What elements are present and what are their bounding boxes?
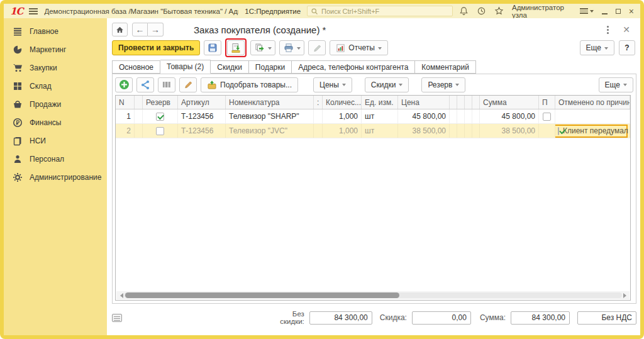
no-discount-field[interactable]: 84 300,00: [309, 311, 372, 325]
sidebar-item-warehouse[interactable]: Склад: [4, 77, 107, 95]
pick-products-button[interactable]: Подобрать товары...: [201, 77, 298, 92]
table-row[interactable]: 2 Т-123456 Телевизор "JVC" 1,000 шт 38 5…: [116, 124, 630, 138]
service-menu-icon[interactable]: [580, 7, 594, 15]
window-close-button[interactable]: ×: [629, 7, 634, 16]
cell-nomenclature[interactable]: Телевизор "JVC": [226, 124, 314, 138]
barcode-scanner-button[interactable]: [158, 77, 175, 92]
col-hidden[interactable]: [472, 96, 480, 109]
window-minimize-button[interactable]: [602, 13, 608, 14]
cell-reserve[interactable]: [143, 109, 178, 123]
cell-unit[interactable]: шт: [362, 124, 398, 138]
vat-field[interactable]: Без НДС: [577, 311, 636, 325]
tab-products[interactable]: Товары (2): [160, 60, 211, 74]
list-icon[interactable]: [112, 314, 122, 322]
sidebar-item-purchases[interactable]: Закупки: [4, 58, 107, 77]
print-button[interactable]: [279, 40, 304, 55]
table-row[interactable]: 1 Т-123456 Телевизор "SHARP" 1,000 шт 45…: [116, 109, 630, 124]
cell-nomenclature[interactable]: Телевизор "SHARP": [226, 109, 314, 123]
cell-qty[interactable]: 1,000: [323, 109, 362, 123]
discount-field[interactable]: 0,00: [412, 311, 471, 325]
sidebar-item-personnel[interactable]: Персонал: [4, 150, 107, 168]
cell-p[interactable]: [539, 109, 555, 123]
cell-article[interactable]: Т-123456: [178, 109, 226, 123]
forward-button[interactable]: →: [148, 23, 164, 36]
back-button[interactable]: ←: [132, 23, 148, 36]
edit-row-button[interactable]: [179, 77, 197, 92]
cell-price[interactable]: 38 500,00: [398, 124, 450, 138]
tab-comment[interactable]: Комментарий: [415, 60, 476, 74]
prices-button[interactable]: Цены: [313, 77, 352, 92]
window-maximize-button[interactable]: [616, 9, 621, 14]
reserve-button[interactable]: Резерв: [421, 77, 465, 92]
form-close-icon[interactable]: ✕: [623, 25, 630, 34]
favorites-star-icon[interactable]: [494, 6, 504, 16]
post-and-close-button[interactable]: Провести и закрыть: [112, 40, 200, 55]
structure-button[interactable]: [136, 77, 154, 92]
notifications-bell-icon[interactable]: [459, 6, 469, 16]
home-button[interactable]: [112, 23, 128, 36]
cell-cancel-selected[interactable]: Клиент передумал: [555, 124, 630, 138]
main-menu-icon[interactable]: [29, 8, 38, 14]
scroll-right-icon[interactable]: [622, 291, 630, 299]
create-based-on-button[interactable]: [250, 40, 275, 55]
current-user[interactable]: Администратор узла: [512, 4, 572, 19]
cancel-checkbox[interactable]: [558, 127, 559, 135]
col-dots[interactable]: :: [314, 96, 323, 109]
cell-reserve[interactable]: [143, 124, 178, 138]
add-row-button[interactable]: [115, 77, 133, 92]
sidebar-item-marketing[interactable]: Маркетинг: [4, 40, 107, 58]
discounts-button[interactable]: Скидки: [365, 77, 409, 92]
col-price[interactable]: Цена: [398, 96, 450, 109]
col-nomenclature[interactable]: Номенклатура: [226, 96, 314, 109]
sidebar-item-label: Администрирование: [30, 173, 101, 182]
scrollbar-track[interactable]: [124, 292, 622, 298]
col-sum[interactable]: Сумма: [480, 96, 539, 109]
reserve-checkbox[interactable]: [156, 127, 164, 135]
cell-unit[interactable]: шт: [362, 109, 398, 123]
sum-field[interactable]: 84 300,00: [511, 311, 570, 325]
reports-button[interactable]: Отчеты: [330, 40, 387, 55]
horizontal-scrollbar[interactable]: [116, 291, 630, 299]
col-article[interactable]: Артикул: [178, 96, 226, 109]
post-document-button[interactable]: [227, 40, 245, 55]
cell-price[interactable]: 45 800,00: [398, 109, 450, 123]
tab-gifts[interactable]: Подарки: [249, 60, 292, 74]
cell-qty[interactable]: 1,000: [323, 124, 362, 138]
reserve-checkbox[interactable]: [156, 113, 164, 121]
scrollbar-thumb[interactable]: [125, 292, 399, 298]
tab-addresses[interactable]: Адреса, телефоны контрагента: [292, 60, 415, 74]
history-icon[interactable]: [477, 6, 486, 16]
col-hidden[interactable]: [457, 96, 465, 109]
p-checkbox[interactable]: [543, 113, 551, 121]
form-more-icon[interactable]: [607, 26, 609, 34]
col-reserve[interactable]: Резерв: [143, 96, 178, 109]
col-p[interactable]: П: [539, 96, 555, 109]
selected-cell[interactable]: Клиент передумал: [555, 125, 628, 138]
col-hidden[interactable]: [465, 96, 472, 109]
tab-discounts[interactable]: Скидки: [211, 60, 249, 74]
col-unit[interactable]: Ед. изм.: [362, 96, 398, 109]
help-button[interactable]: ?: [619, 40, 635, 55]
sidebar-item-nsi[interactable]: НСИ: [4, 131, 107, 150]
sidebar-item-main[interactable]: Главное: [4, 22, 107, 40]
col-qty[interactable]: Количес...: [323, 96, 362, 109]
col-hidden[interactable]: [450, 96, 457, 109]
save-button[interactable]: [204, 40, 221, 55]
cell-p[interactable]: [539, 124, 555, 138]
cell-sum[interactable]: 38 500,00: [480, 124, 539, 138]
global-search-input[interactable]: Поиск Ctrl+Shift+F: [307, 6, 453, 16]
col-spacer[interactable]: [135, 96, 143, 109]
scroll-left-icon[interactable]: [116, 291, 124, 299]
form-more-button[interactable]: Еще: [580, 40, 614, 55]
edit-button-disabled[interactable]: [308, 40, 326, 55]
tab-main[interactable]: Основное: [112, 60, 160, 74]
col-n[interactable]: N: [116, 96, 135, 109]
sidebar-item-sales[interactable]: Продажи: [4, 95, 107, 113]
sidebar-item-administration[interactable]: Администрирование: [4, 168, 107, 186]
cell-article[interactable]: Т-123456: [178, 124, 226, 138]
sidebar-item-finance[interactable]: Финансы: [4, 113, 107, 131]
products-more-button[interactable]: Еще: [599, 77, 633, 92]
cell-cancel[interactable]: [555, 109, 630, 123]
cell-sum[interactable]: 45 800,00: [480, 109, 539, 123]
col-cancel[interactable]: Отменено по причине: [555, 96, 630, 109]
